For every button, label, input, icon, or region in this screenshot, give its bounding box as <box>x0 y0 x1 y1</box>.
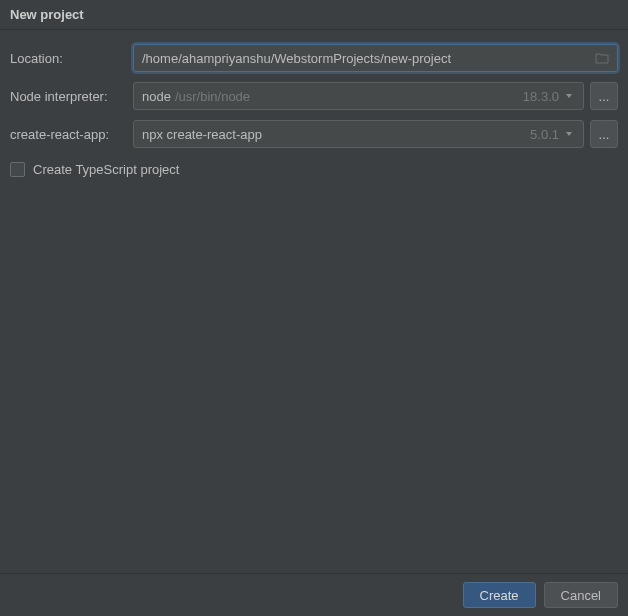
interpreter-label: Node interpreter: <box>10 89 125 104</box>
cra-version: 5.0.1 <box>530 127 559 142</box>
cra-more-button[interactable]: ... <box>590 120 618 148</box>
form-area: Location: Node interpreter: node /usr/bi… <box>0 30 628 573</box>
location-row: Location: <box>10 44 618 72</box>
typescript-checkbox-row[interactable]: Create TypeScript project <box>10 158 618 181</box>
chevron-down-icon <box>565 130 573 138</box>
cra-select[interactable]: npx create-react-app 5.0.1 <box>133 120 584 148</box>
folder-icon[interactable] <box>595 52 609 64</box>
cancel-button[interactable]: Cancel <box>544 582 618 608</box>
dialog-buttons: Create Cancel <box>0 573 628 616</box>
location-input[interactable] <box>133 44 618 72</box>
location-label: Location: <box>10 51 125 66</box>
typescript-checkbox-label: Create TypeScript project <box>33 162 179 177</box>
create-button[interactable]: Create <box>463 582 536 608</box>
interpreter-more-button[interactable]: ... <box>590 82 618 110</box>
typescript-checkbox[interactable] <box>10 162 25 177</box>
dialog-title: New project <box>0 0 628 30</box>
interpreter-row: Node interpreter: node /usr/bin/node 18.… <box>10 82 618 110</box>
interpreter-version: 18.3.0 <box>523 89 559 104</box>
location-input-text[interactable] <box>142 51 609 66</box>
cra-value: npx create-react-app <box>142 127 262 142</box>
interpreter-hint: /usr/bin/node <box>175 89 250 104</box>
chevron-down-icon <box>565 92 573 100</box>
interpreter-select[interactable]: node /usr/bin/node 18.3.0 <box>133 82 584 110</box>
cra-label: create-react-app: <box>10 127 125 142</box>
interpreter-value: node <box>142 89 171 104</box>
cra-row: create-react-app: npx create-react-app 5… <box>10 120 618 148</box>
